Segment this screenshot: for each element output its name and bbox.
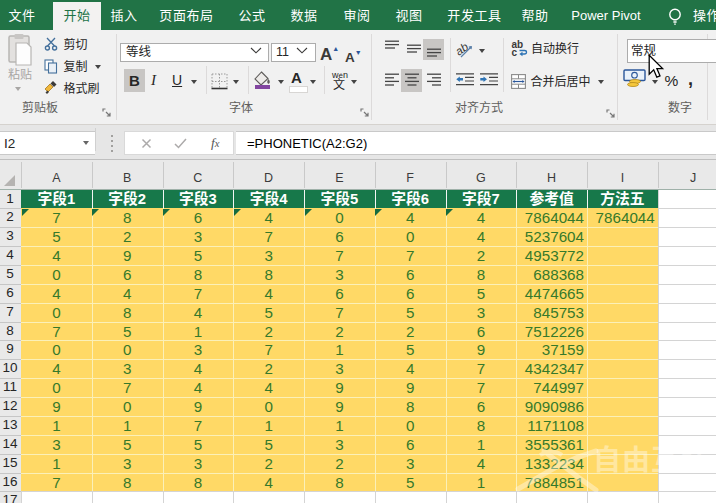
svg-text:c: c <box>512 47 518 58</box>
svg-text:自由互联: 自由互联 <box>593 441 709 478</box>
